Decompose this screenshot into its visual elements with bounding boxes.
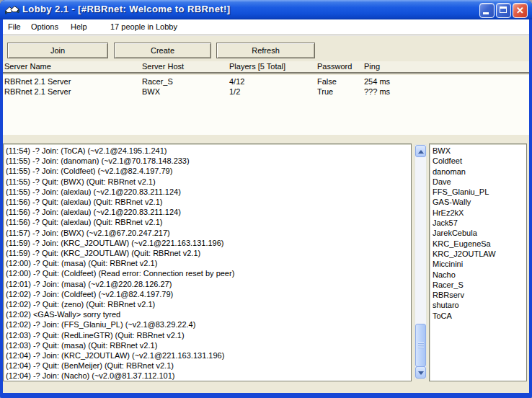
server-row[interactable]: RBRnet 2.1 Server BWX 1/2 True ??? ms: [3, 87, 529, 97]
chat-scrollbar[interactable]: [414, 144, 427, 379]
user-list-item[interactable]: Dave: [433, 177, 526, 187]
header-server-name: Server Name: [4, 62, 51, 71]
user-list-item[interactable]: Miccinini: [433, 259, 526, 269]
scroll-down-icon: [418, 371, 424, 375]
user-list-item[interactable]: Jack57: [433, 218, 526, 228]
menu-help[interactable]: Help: [71, 19, 87, 35]
user-list-item[interactable]: RBRserv: [433, 290, 526, 300]
chat-line: (12:00) -? Quit: (masa) (Quit: RBRnet v2…: [6, 258, 411, 268]
header-ping: Ping: [364, 62, 380, 71]
user-list-item[interactable]: Nacho: [433, 270, 526, 280]
chat-line: (12:04) -? Join: (KRC_J2OUTLAW) (~v2.1@2…: [6, 350, 411, 361]
user-list-item[interactable]: shutaro: [433, 300, 526, 310]
server-host-cell: BWX: [142, 87, 160, 97]
window-title: Lobby 2.1 - [#RBRnet: Welcome to RBRnet!…: [22, 4, 230, 14]
chat-log: (11:54) -? Join: (ToCA) (~v2.1@24.195.1.…: [3, 143, 412, 381]
players-cell: 1/2: [229, 87, 240, 97]
chat-line: (12:03) -? Quit: (masa) (Quit: RBRnet v2…: [6, 340, 411, 350]
chat-line: (12:04) -? Quit: (BenMeijer) (Quit: RBRn…: [6, 361, 411, 371]
scroll-down-button[interactable]: [415, 366, 426, 379]
chat-line: (12:03) -? Quit: (RedLineGTR) (Quit: RBR…: [6, 330, 411, 340]
user-list-item[interactable]: Racer_S: [433, 280, 526, 290]
chat-line: (11:59) -? Quit: (KRC_J2OUTLAW) (Quit: R…: [6, 248, 411, 258]
refresh-button[interactable]: Refresh: [216, 43, 315, 58]
user-list-item[interactable]: FFS_Glaniu_PL: [433, 187, 526, 197]
scroll-up-icon: [418, 150, 424, 154]
chat-line: (12:00) -? Quit: (Coldfeet) (Read error:…: [6, 268, 411, 278]
user-list-item[interactable]: KRC_J2OUTLAW: [433, 249, 526, 259]
scroll-up-button[interactable]: [415, 145, 426, 157]
chat-line: (11:56) -? Join: (alexlau) (~v2.1@220.83…: [6, 207, 411, 217]
password-cell: False: [317, 76, 337, 87]
join-button[interactable]: Join: [7, 43, 108, 58]
lobby-window: Lobby 2.1 - [#RBRnet: Welcome to RBRnet!…: [0, 0, 532, 398]
chat-line: (11:55) -? Join: (Coldfeet) (~v2.1@82.4.…: [6, 166, 411, 176]
chat-line: (11:57) -? Join: (BWX) (~v2.1@67.20.247.…: [6, 228, 411, 238]
players-cell: 4/12: [229, 76, 244, 87]
user-list-item[interactable]: JarekCebula: [433, 228, 526, 238]
user-list-item[interactable]: GAS-Wally: [433, 197, 526, 207]
scrollbar-thumb[interactable]: [415, 324, 426, 367]
chat-line: (12:02) -? Join: (FFS_Glaniu_PL) (~v2.1@…: [6, 319, 411, 330]
scrollbar-grip-icon: [418, 342, 424, 349]
titlebar[interactable]: Lobby 2.1 - [#RBRnet: Welcome to RBRnet!…: [0, 0, 532, 19]
chat-line: (11:59) -? Join: (KRC_J2OUTLAW) (~v2.1@2…: [6, 238, 411, 248]
header-password: Password: [317, 62, 352, 71]
maximize-icon: [500, 6, 507, 13]
chat-line: (11:56) -? Quit: (alexlau) (Quit: RBRnet…: [6, 197, 411, 207]
user-list-item[interactable]: HrEz2kX: [433, 208, 526, 218]
chat-line: (12:02) <GAS-Wally> sorry tyred: [6, 309, 411, 319]
server-name-cell: RBRnet 2.1 Server: [4, 76, 71, 87]
server-row[interactable]: RBRnet 2.1 Server Racer_S 4/12 False 254…: [3, 76, 529, 87]
chat-line: (11:55) -? Join: (alexlau) (~v2.1@220.83…: [6, 187, 411, 197]
menu-file[interactable]: File: [8, 19, 21, 35]
password-cell: True: [317, 87, 333, 97]
chat-line: (12:02) -? Join: (Coldfeet) (~v2.1@82.4.…: [6, 289, 411, 299]
user-list-item[interactable]: danoman: [433, 167, 526, 177]
server-name-cell: RBRnet 2.1 Server: [4, 87, 71, 97]
user-list-item[interactable]: BWX: [433, 146, 526, 156]
chat-line: (12:04) -? Join: (Nacho) (~v2.0@81.37.11…: [6, 371, 411, 381]
window-content: File Options Help 17 people in Lobby Joi…: [3, 19, 529, 393]
menu-options[interactable]: Options: [31, 19, 58, 35]
user-list-item[interactable]: KRC_EugeneSa: [433, 239, 526, 249]
maximize-button[interactable]: [496, 3, 511, 18]
chat-line: (11:56) -? Quit: (alexlau) (Quit: RBRnet…: [6, 217, 411, 227]
close-icon: ✕: [513, 4, 527, 17]
handshake-icon: [5, 4, 19, 15]
chat-line: (12:02) -? Quit: (zeno) (Quit: RBRnet v2…: [6, 299, 411, 309]
chat-line: (11:55) -? Join: (danoman) (~v2.1@70.178…: [6, 156, 411, 166]
server-table-header: Server Name Server Host Players [5 Total…: [3, 61, 529, 74]
header-server-host: Server Host: [142, 62, 184, 71]
menu-bar: File Options Help 17 people in Lobby: [3, 19, 529, 35]
ping-cell: 254 ms: [364, 76, 390, 87]
minimize-icon: [483, 12, 489, 14]
close-button[interactable]: ✕: [513, 3, 528, 18]
chat-line: (11:54) -? Join: (ToCA) (~v2.1@24.195.1.…: [6, 146, 411, 156]
ping-cell: ??? ms: [364, 87, 390, 97]
minimize-button[interactable]: [479, 3, 495, 18]
chat-line: (11:55) -? Quit: (BWX) (Quit: RBRnet v2.…: [6, 177, 411, 187]
user-list-item[interactable]: ToCA: [433, 311, 526, 321]
menu-divider: [3, 35, 529, 36]
lobby-people-count: 17 people in Lobby: [110, 19, 177, 35]
user-list: BWX Coldfeet danoman Dave FFS_Glaniu_PL …: [429, 143, 527, 381]
server-host-cell: Racer_S: [142, 76, 173, 87]
create-button[interactable]: Create: [114, 43, 211, 58]
header-players: Players [5 Total]: [229, 62, 285, 71]
server-table: RBRnet 2.1 Server Racer_S 4/12 False 254…: [3, 75, 529, 135]
chat-line: (12:01) -? Join: (masa) (~v2.1@220.28.12…: [6, 279, 411, 289]
user-list-item[interactable]: Coldfeet: [433, 156, 526, 166]
